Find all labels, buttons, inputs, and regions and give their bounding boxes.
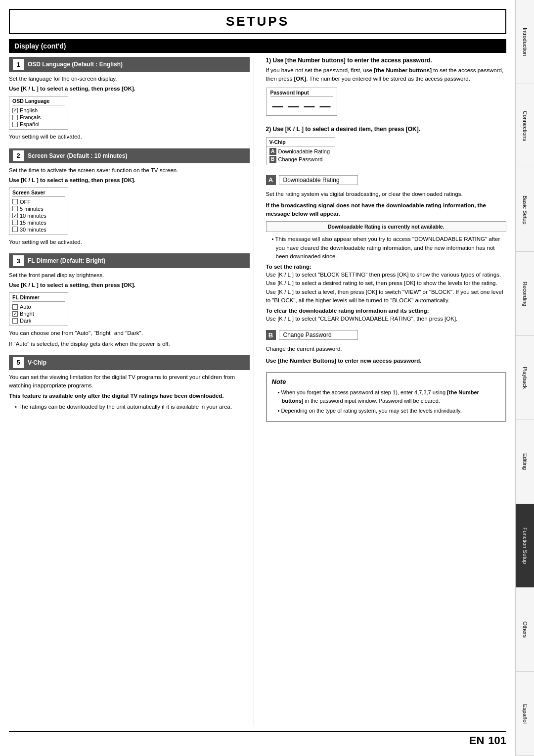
section3-after2: If "Auto" is selected, the display gets … bbox=[9, 340, 250, 348]
section-a-title: Downloadable Rating bbox=[279, 175, 358, 185]
section5-bold: This feature is available only after the… bbox=[9, 392, 250, 400]
section-header: Display (cont'd) bbox=[9, 39, 506, 53]
tab-recording[interactable]: Recording bbox=[516, 252, 534, 336]
to-clear-body: Use [K / L ] to select "CLEAR DOWNLOADAB… bbox=[266, 315, 507, 323]
screen-saver-title: Screen Saver bbox=[12, 189, 65, 197]
vchip-letter-a: A bbox=[269, 148, 276, 155]
section-screensaver: 2 Screen Saver (Default : 10 minutes) Se… bbox=[9, 148, 250, 247]
section-fl-dimmer: 3 FL Dimmer (Default: Bright) Set the fr… bbox=[9, 253, 250, 348]
dash1: — bbox=[272, 100, 283, 113]
step1-section: 1) Use [the Number buttons] to enter the… bbox=[266, 57, 507, 119]
osd-francais-checkbox bbox=[12, 115, 18, 120]
section-b: B Change Password Change the current pas… bbox=[266, 330, 507, 365]
section-b-bold: Use [the Number Buttons] to enter new ac… bbox=[266, 357, 507, 365]
section3-title: FL Dimmer (Default: Bright) bbox=[28, 257, 105, 264]
section2-title: Screen Saver (Default : 10 minutes) bbox=[28, 152, 127, 159]
osd-english-checkbox bbox=[12, 108, 18, 113]
tab-connections[interactable]: Connections bbox=[516, 84, 534, 168]
osd-espanol: Español bbox=[12, 121, 65, 128]
section1-instruction: Use [K / L ] to select a setting, then p… bbox=[9, 86, 250, 92]
section-a-header: A Downloadable Rating bbox=[266, 175, 507, 185]
ss-30min-label: 30 minutes bbox=[20, 227, 46, 233]
password-input-box: Password Input — — — — bbox=[266, 88, 337, 116]
ss-15min-checkbox bbox=[12, 220, 18, 225]
fl-auto: Auto bbox=[12, 303, 65, 310]
dash2: — bbox=[288, 100, 299, 113]
ss-off-label: OFF bbox=[20, 199, 31, 205]
osd-language-title: OSD Language bbox=[12, 98, 65, 105]
fl-bright-checkbox bbox=[12, 311, 18, 317]
ss-off-checkbox bbox=[12, 199, 18, 204]
section2-body: Set the time to activate the screen save… bbox=[9, 166, 250, 175]
warning-box: Downloadable Rating is currently not ava… bbox=[266, 221, 507, 232]
note-title: Note bbox=[272, 377, 501, 387]
to-clear-title: To clear the downloadable rating informa… bbox=[266, 308, 507, 314]
fl-dimmer-title: FL Dimmer bbox=[12, 294, 65, 302]
fl-dark-label: Dark bbox=[20, 318, 31, 324]
ss-30min: 30 minutes bbox=[12, 226, 65, 233]
right-column: 1) Use [the Number buttons] to enter the… bbox=[262, 57, 507, 726]
note-bullet2: • Depending on the type of rating system… bbox=[278, 407, 501, 415]
page-num-bar: EN 101 bbox=[9, 731, 506, 747]
section3-instruction: Use [K / L ] to select a setting, then p… bbox=[9, 282, 250, 288]
vchip-letter-b: B bbox=[269, 156, 276, 163]
vchip-menu: V-Chip A Downloadable Rating B Change Pa… bbox=[266, 137, 335, 165]
ss-5min-checkbox bbox=[12, 206, 18, 211]
password-box-title: Password Input bbox=[270, 90, 333, 97]
letter-b-badge: B bbox=[266, 330, 276, 340]
dash4: — bbox=[320, 100, 331, 113]
tab-function-setup[interactable]: Function Setup bbox=[516, 504, 534, 588]
dash3: — bbox=[304, 100, 315, 113]
section-a-bullet1: • This message will also appear when you… bbox=[272, 235, 507, 261]
tab-espanol[interactable]: Español bbox=[516, 672, 534, 756]
section3-header: 3 FL Dimmer (Default: Bright) bbox=[9, 253, 250, 268]
tab-introduction[interactable]: Introduction bbox=[516, 0, 534, 84]
tab-playback[interactable]: Playback bbox=[516, 336, 534, 420]
fl-bright-label: Bright bbox=[20, 311, 34, 317]
osd-francais-label: Français bbox=[20, 114, 41, 120]
en-label: EN bbox=[469, 734, 485, 747]
note-bullet1: • When you forget the access password at… bbox=[278, 388, 501, 405]
vchip-item-b: B Change Password bbox=[267, 155, 335, 163]
ss-5min: 5 minutes bbox=[12, 205, 65, 212]
step1-body: If you have not set the password, first,… bbox=[266, 66, 507, 84]
fl-dimmer-box: FL Dimmer Auto Bright Dark bbox=[9, 292, 68, 326]
ss-15min-label: 15 minutes bbox=[20, 220, 46, 226]
ss-30min-checkbox bbox=[12, 227, 18, 232]
osd-english-label: English bbox=[20, 107, 38, 113]
screen-saver-box: Screen Saver OFF 5 minutes 10 minutes bbox=[9, 188, 68, 235]
vchip-item-a-label: Downloadable Rating bbox=[278, 148, 330, 154]
step2-title: 2) Use [K / L ] to select a desired item… bbox=[266, 126, 507, 133]
section-a-body: Set the rating system via digital broadc… bbox=[266, 190, 507, 198]
tab-editing[interactable]: Editing bbox=[516, 420, 534, 504]
section3-body: Set the front panel display brightness. bbox=[9, 271, 250, 280]
fl-auto-label: Auto bbox=[20, 304, 31, 310]
osd-english: English bbox=[12, 107, 65, 114]
ss-10min-checkbox bbox=[12, 213, 18, 218]
section5-body: You can set the viewing limitation for t… bbox=[9, 373, 250, 390]
section5-header: 5 V-Chip bbox=[9, 355, 250, 370]
osd-francais: Français bbox=[12, 114, 65, 121]
tab-basic-setup[interactable]: Basic Setup bbox=[516, 168, 534, 252]
section2-header: 2 Screen Saver (Default : 10 minutes) bbox=[9, 148, 250, 163]
section1-num: 1 bbox=[13, 59, 24, 70]
note-box: Note • When you forget the access passwo… bbox=[266, 372, 507, 422]
section-a: A Downloadable Rating Set the rating sys… bbox=[266, 175, 507, 324]
to-set-title: To set the rating: bbox=[266, 264, 507, 270]
section-b-title: Change Password bbox=[279, 330, 358, 340]
step2-section: 2) Use [K / L ] to select a desired item… bbox=[266, 126, 507, 168]
tab-others[interactable]: Others bbox=[516, 588, 534, 672]
section-vchip: 5 V-Chip You can set the viewing limitat… bbox=[9, 355, 250, 411]
section-b-header: B Change Password bbox=[266, 330, 507, 340]
section5-title: V-Chip bbox=[28, 359, 46, 366]
ss-off: OFF bbox=[12, 198, 65, 205]
section1-after: Your setting will be activated. bbox=[9, 133, 250, 141]
page-title: SETUPS bbox=[9, 9, 506, 34]
section2-after: Your setting will be activated. bbox=[9, 238, 250, 246]
step1-title: 1) Use [the Number buttons] to enter the… bbox=[266, 57, 507, 64]
section3-num: 3 bbox=[13, 255, 24, 266]
fl-bright: Bright bbox=[12, 310, 65, 317]
section-osd-language: 1 OSD Language (Default : English) Set t… bbox=[9, 57, 250, 142]
fl-auto-checkbox bbox=[12, 304, 18, 310]
fl-dark: Dark bbox=[12, 317, 65, 324]
